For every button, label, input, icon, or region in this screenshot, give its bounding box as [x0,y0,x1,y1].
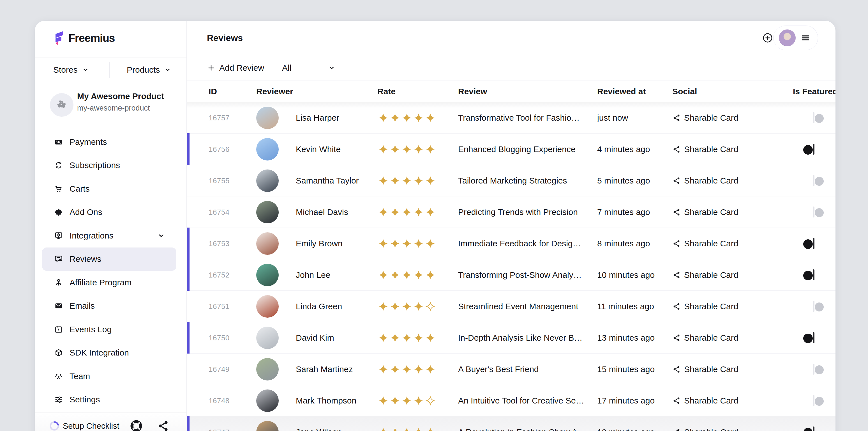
reviewer-avatar [256,295,279,318]
review-title[interactable]: A Revolution in Fashion Show A… [458,427,586,431]
review-title[interactable]: Streamlined Event Management [458,301,579,311]
sharable-card-link[interactable]: Sharable Card [672,365,738,374]
sharable-card-link[interactable]: Sharable Card [672,396,738,405]
review-title[interactable]: Enhanced Blogging Experience [458,144,576,154]
reviewer-name: Kevin White [296,144,341,154]
sidebar-item-subscriptions[interactable]: Subscriptions [42,154,176,177]
is-featured-toggle[interactable] [813,364,814,375]
is-featured-toggle-cell [813,301,814,311]
sidebar-item-affiliate-program[interactable]: Affiliate Program [42,271,176,294]
sidebar-item-events-log[interactable]: Events Log [42,318,176,341]
freemius-logo-icon [52,30,65,47]
star-filled-icon [414,270,423,280]
is-featured-toggle[interactable] [813,427,814,431]
sidebar-item-payments[interactable]: Payments [42,130,176,154]
user-avatar [779,29,796,46]
sharable-card-link[interactable]: Sharable Card [672,239,738,248]
star-filled-icon [426,207,435,217]
current-product[interactable]: My Awesome Product my-awesome-product [35,82,186,128]
is-featured-toggle-cell [813,333,814,343]
integrations-icon [54,231,63,240]
review-title[interactable]: Transforming Post-Show Analy… [458,270,582,280]
emails-icon [54,301,63,310]
sidebar-item-sdk-integration[interactable]: SDK Integration [42,341,176,365]
sharable-card-link[interactable]: Sharable Card [672,301,738,311]
star-filled-icon [402,427,411,431]
sharable-card-link[interactable]: Sharable Card [672,270,738,280]
setup-checklist-link[interactable]: Setup Checklist [63,422,119,431]
help-lifering-icon[interactable] [130,420,143,431]
reviewer-name: Linda Green [296,301,342,311]
star-filled-icon [414,113,423,123]
sidebar-item-carts[interactable]: Carts [42,177,176,201]
sidebar-item-label: Subscriptions [69,161,120,170]
review-title[interactable]: Transformative Tool for Fashio… [458,113,580,123]
review-id: 16750 [209,333,229,342]
sidebar-item-emails[interactable]: Emails [42,294,176,318]
sidebar-footer: Setup Checklist [35,412,186,431]
star-filled-icon [378,396,388,405]
rating-filter-select[interactable]: All [282,55,335,81]
is-featured-toggle[interactable] [813,301,814,312]
sidebar-item-integrations[interactable]: Integrations [42,224,176,248]
reviewer-name: Mark Thompson [296,396,356,405]
sharable-card-link[interactable]: Sharable Card [672,176,738,185]
sidebar-item-add-ons[interactable]: Add Ons [42,201,176,224]
star-filled-icon [414,365,423,374]
table-row: 16748 Mark Thompson An Intuitive Tool fo… [187,385,835,416]
payments-icon [54,138,63,146]
products-dropdown[interactable]: Products [127,58,171,82]
sidebar-item-settings[interactable]: Settings [42,388,176,412]
is-featured-toggle[interactable] [813,395,814,406]
reviewer-avatar [256,201,279,223]
is-featured-toggle[interactable] [813,332,814,343]
star-filled-icon [378,239,388,248]
star-filled-icon [390,176,400,185]
is-featured-toggle[interactable] [813,238,814,249]
sidebar: Freemius Stores Products My Awesome Pr [35,21,187,431]
sidebar-item-reviews[interactable]: Reviews [42,248,176,271]
sharable-card-link[interactable]: Sharable Card [672,207,738,217]
stores-dropdown[interactable]: Stores [53,58,89,82]
user-menu[interactable] [773,26,818,50]
sidebar-item-label: Payments [69,137,107,147]
main-header: Reviews [187,21,835,55]
add-review-button[interactable]: Add Review [207,55,264,81]
is-featured-toggle[interactable] [813,144,814,154]
is-featured-toggle[interactable] [813,112,814,123]
review-title[interactable]: Tailored Marketing Strategies [458,176,567,185]
divider [109,62,110,78]
is-featured-toggle-cell [813,239,814,248]
reviewer-avatar [256,326,279,349]
is-featured-toggle-cell [813,176,814,185]
star-outline-icon [426,396,435,405]
star-filled-icon [426,427,435,431]
toggle-knob [803,145,813,154]
star-filled-icon [414,427,423,431]
sidebar-item-label: Reviews [69,254,101,264]
is-featured-toggle[interactable] [813,206,814,218]
review-title[interactable]: In-Depth Analysis Like Never B… [458,333,583,343]
quick-add-icon[interactable] [762,32,773,44]
sharable-card-link[interactable]: Sharable Card [672,113,738,123]
toggle-knob [815,114,824,123]
share-icon[interactable] [157,420,169,431]
star-filled-icon [402,176,411,185]
is-featured-toggle[interactable] [813,269,814,280]
sidebar-item-team[interactable]: Team [42,365,176,388]
sharable-card-link[interactable]: Sharable Card [672,333,738,343]
star-filled-icon [402,301,411,311]
sharable-card-link[interactable]: Sharable Card [672,144,738,154]
is-featured-toggle[interactable] [813,175,814,186]
chevron-down-icon [328,64,335,71]
review-title[interactable]: An Intuitive Tool for Creative Se… [458,396,584,405]
rating-stars [378,427,435,431]
sidebar-item-label: Add Ons [69,207,102,217]
rating-stars [378,365,435,374]
star-filled-icon [402,144,411,154]
review-title[interactable]: Predicting Trends with Precision [458,207,578,217]
sharable-card-link[interactable]: Sharable Card [672,427,738,431]
review-title[interactable]: Immediate Feedback for Desig… [458,239,581,248]
review-title[interactable]: A Buyer's Best Friend [458,365,539,374]
main-content: Reviews Add Review All [187,21,835,431]
